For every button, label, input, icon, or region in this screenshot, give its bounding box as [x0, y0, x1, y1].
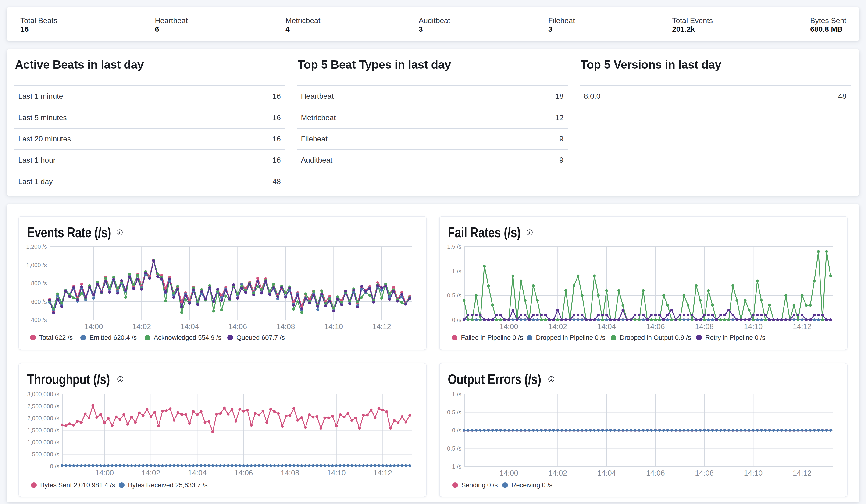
svg-text:14:04: 14:04 [180, 322, 199, 331]
svg-text:14:06: 14:06 [228, 322, 247, 331]
svg-text:14:06: 14:06 [646, 322, 665, 331]
svg-text:14:04: 14:04 [188, 469, 207, 477]
svg-text:14:06: 14:06 [646, 469, 665, 477]
svg-text:1,500,000 /s: 1,500,000 /s [27, 427, 59, 434]
svg-text:400 /s: 400 /s [31, 317, 47, 323]
svg-text:600 /s: 600 /s [31, 298, 47, 305]
svg-text:1.5 /s: 1.5 /s [447, 243, 462, 250]
svg-text:14:02: 14:02 [142, 469, 160, 477]
svg-text:14:00: 14:00 [499, 322, 518, 331]
svg-text:14:04: 14:04 [597, 469, 616, 477]
svg-text:14:00: 14:00 [499, 469, 518, 477]
svg-text:2,500,000 /s: 2,500,000 /s [27, 403, 59, 410]
svg-text:14:02: 14:02 [548, 322, 567, 331]
svg-text:14:06: 14:06 [234, 469, 253, 477]
svg-text:0.5 /s: 0.5 /s [447, 292, 462, 299]
svg-text:14:08: 14:08 [276, 322, 295, 331]
svg-text:0 /s: 0 /s [452, 427, 462, 434]
svg-text:14:12: 14:12 [793, 322, 811, 331]
svg-text:14:10: 14:10 [324, 322, 343, 331]
svg-text:1,200 /s: 1,200 /s [26, 243, 47, 250]
svg-text:14:02: 14:02 [548, 469, 567, 477]
svg-text:3,000,000 /s: 3,000,000 /s [27, 391, 59, 397]
svg-text:14:10: 14:10 [327, 469, 346, 477]
svg-text:14:10: 14:10 [744, 322, 763, 331]
svg-text:14:12: 14:12 [373, 469, 392, 477]
svg-text:500,000 /s: 500,000 /s [32, 451, 59, 458]
svg-text:14:04: 14:04 [597, 322, 616, 331]
svg-text:2,000,000 /s: 2,000,000 /s [27, 415, 59, 421]
svg-text:0 /s: 0 /s [50, 463, 59, 469]
svg-text:14:12: 14:12 [373, 322, 391, 331]
svg-text:1,000 /s: 1,000 /s [26, 262, 47, 268]
svg-text:1,000,000 /s: 1,000,000 /s [27, 439, 59, 445]
svg-text:-1 /s: -1 /s [450, 463, 462, 470]
svg-text:-0.5 /s: -0.5 /s [445, 445, 462, 452]
svg-text:14:08: 14:08 [695, 469, 714, 477]
svg-text:1 /s: 1 /s [452, 268, 462, 274]
svg-text:14:02: 14:02 [132, 322, 151, 331]
svg-text:14:10: 14:10 [744, 469, 763, 477]
svg-text:0.5 /s: 0.5 /s [447, 409, 462, 415]
svg-text:0 /s: 0 /s [452, 317, 462, 323]
svg-text:14:12: 14:12 [793, 469, 811, 477]
svg-text:800 /s: 800 /s [31, 280, 47, 287]
svg-text:1 /s: 1 /s [452, 391, 462, 397]
svg-text:14:00: 14:00 [95, 469, 114, 477]
svg-text:14:08: 14:08 [280, 469, 299, 477]
svg-text:14:08: 14:08 [695, 322, 714, 331]
svg-text:14:00: 14:00 [84, 322, 103, 331]
